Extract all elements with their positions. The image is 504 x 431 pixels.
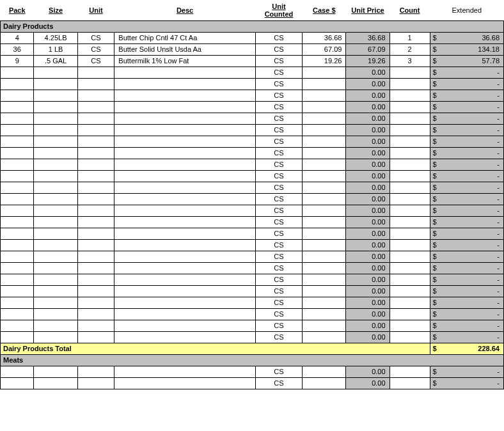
case-cell[interactable]: 67.09 <box>303 43 346 55</box>
unit-price-cell[interactable]: 0.00 <box>346 159 390 170</box>
unit-counted-cell[interactable]: CS <box>255 90 302 101</box>
unit-price-cell[interactable]: 0.00 <box>346 285 390 297</box>
unit-price-cell[interactable]: 0.00 <box>346 331 390 343</box>
unit-counted-cell[interactable]: CS <box>255 331 302 343</box>
count-cell[interactable] <box>390 228 430 239</box>
desc-cell[interactable] <box>114 170 255 182</box>
count-cell[interactable] <box>390 205 430 216</box>
case-cell[interactable] <box>303 285 346 297</box>
pack-cell[interactable] <box>1 113 34 124</box>
case-cell[interactable] <box>303 274 346 285</box>
pack-cell[interactable] <box>1 101 34 113</box>
size-cell[interactable] <box>34 205 77 216</box>
desc-cell[interactable] <box>114 124 255 136</box>
pack-cell[interactable] <box>1 377 34 389</box>
case-cell[interactable] <box>303 136 346 147</box>
unit-counted-cell[interactable]: CS <box>255 170 302 182</box>
unit-price-cell[interactable]: 0.00 <box>346 147 390 159</box>
desc-cell[interactable] <box>114 331 255 343</box>
count-cell[interactable]: 1 <box>390 32 430 43</box>
pack-cell[interactable] <box>1 67 34 78</box>
desc-cell[interactable]: Buttermilk 1% Low Fat <box>114 55 255 67</box>
desc-cell[interactable] <box>114 285 255 297</box>
desc-cell[interactable] <box>114 113 255 124</box>
unit-price-cell[interactable]: 0.00 <box>346 90 390 101</box>
size-cell[interactable] <box>34 297 77 308</box>
unit-price-cell[interactable]: 0.00 <box>346 101 390 113</box>
size-cell[interactable] <box>34 274 77 285</box>
count-cell[interactable]: 3 <box>390 55 430 67</box>
unit-price-cell[interactable]: 0.00 <box>346 308 390 320</box>
count-cell[interactable] <box>390 216 430 228</box>
pack-cell[interactable] <box>1 228 34 239</box>
unit-counted-cell[interactable]: CS <box>255 67 302 78</box>
unit-counted-cell[interactable]: CS <box>255 262 302 274</box>
pack-cell[interactable] <box>1 147 34 159</box>
case-cell[interactable] <box>303 182 346 193</box>
count-cell[interactable] <box>390 159 430 170</box>
count-cell[interactable] <box>390 308 430 320</box>
unit-counted-cell[interactable]: CS <box>255 308 302 320</box>
unit-cell[interactable]: CS <box>77 43 114 55</box>
unit-counted-cell[interactable]: CS <box>255 216 302 228</box>
size-cell[interactable] <box>34 308 77 320</box>
count-cell[interactable] <box>390 113 430 124</box>
desc-cell[interactable] <box>114 101 255 113</box>
unit-counted-cell[interactable]: CS <box>255 274 302 285</box>
size-cell[interactable]: 4.25LB <box>34 32 77 43</box>
unit-price-cell[interactable]: 0.00 <box>346 136 390 147</box>
unit-cell[interactable] <box>77 262 114 274</box>
case-cell[interactable] <box>303 101 346 113</box>
unit-price-cell[interactable]: 0.00 <box>346 366 390 377</box>
count-cell[interactable]: 2 <box>390 43 430 55</box>
case-cell[interactable] <box>303 124 346 136</box>
unit-cell[interactable] <box>77 67 114 78</box>
count-cell[interactable] <box>390 90 430 101</box>
unit-cell[interactable] <box>77 308 114 320</box>
count-cell[interactable] <box>390 78 430 90</box>
unit-counted-cell[interactable]: CS <box>255 147 302 159</box>
pack-cell[interactable] <box>1 274 34 285</box>
unit-counted-cell[interactable]: CS <box>255 193 302 205</box>
unit-counted-cell[interactable]: CS <box>255 377 302 389</box>
unit-price-cell[interactable]: 0.00 <box>346 170 390 182</box>
case-cell[interactable]: 36.68 <box>303 32 346 43</box>
unit-price-cell[interactable]: 0.00 <box>346 193 390 205</box>
size-cell[interactable] <box>34 228 77 239</box>
unit-cell[interactable] <box>77 274 114 285</box>
unit-price-cell[interactable]: 0.00 <box>346 377 390 389</box>
unit-cell[interactable] <box>77 78 114 90</box>
desc-cell[interactable] <box>114 320 255 331</box>
count-cell[interactable] <box>390 182 430 193</box>
case-cell[interactable] <box>303 320 346 331</box>
unit-counted-cell[interactable]: CS <box>255 55 302 67</box>
desc-cell[interactable] <box>114 147 255 159</box>
case-cell[interactable] <box>303 159 346 170</box>
unit-cell[interactable] <box>77 377 114 389</box>
pack-cell[interactable] <box>1 90 34 101</box>
case-cell[interactable] <box>303 239 346 251</box>
unit-cell[interactable] <box>77 159 114 170</box>
case-cell[interactable] <box>303 205 346 216</box>
pack-cell[interactable] <box>1 216 34 228</box>
case-cell[interactable] <box>303 262 346 274</box>
count-cell[interactable] <box>390 170 430 182</box>
unit-cell[interactable] <box>77 297 114 308</box>
size-cell[interactable] <box>34 78 77 90</box>
pack-cell[interactable] <box>1 170 34 182</box>
size-cell[interactable] <box>34 136 77 147</box>
count-cell[interactable] <box>390 67 430 78</box>
case-cell[interactable] <box>303 67 346 78</box>
unit-cell[interactable] <box>77 124 114 136</box>
case-cell[interactable]: 19.26 <box>303 55 346 67</box>
pack-cell[interactable] <box>1 193 34 205</box>
desc-cell[interactable] <box>114 67 255 78</box>
count-cell[interactable] <box>390 285 430 297</box>
desc-cell[interactable] <box>114 251 255 262</box>
case-cell[interactable] <box>303 90 346 101</box>
size-cell[interactable] <box>34 147 77 159</box>
pack-cell[interactable] <box>1 251 34 262</box>
size-cell[interactable] <box>34 170 77 182</box>
pack-cell[interactable] <box>1 78 34 90</box>
count-cell[interactable] <box>390 251 430 262</box>
